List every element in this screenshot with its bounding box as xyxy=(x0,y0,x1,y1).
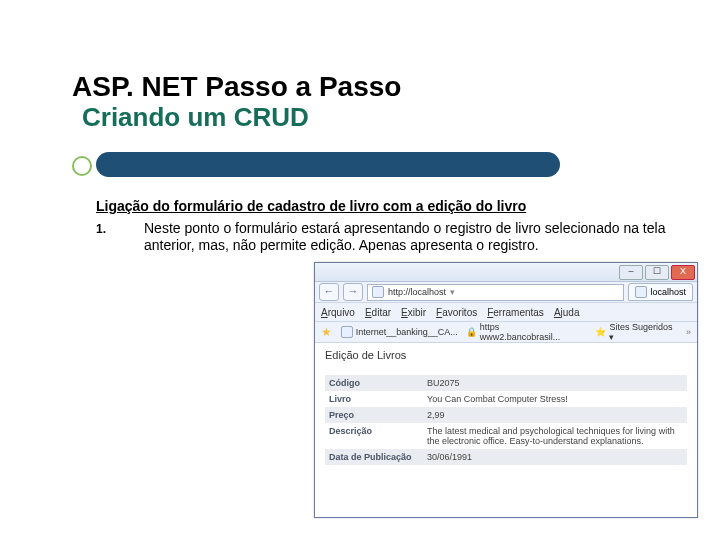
menu-ajuda[interactable]: Ajuda xyxy=(554,307,580,318)
favorites-bar: ★ Internet__banking__CA... 🔒 https www2.… xyxy=(315,322,697,343)
body-block: Ligação do formulário de cadastro de liv… xyxy=(96,198,676,255)
window-maximize-button[interactable]: ☐ xyxy=(645,265,669,280)
favorites-item-1-label: Internet__banking__CA... xyxy=(356,327,458,337)
row-value: 2,99 xyxy=(423,407,687,423)
nav-forward-button[interactable]: → xyxy=(343,283,363,301)
star-icon: ⭐ xyxy=(595,327,606,337)
favorites-star-icon[interactable]: ★ xyxy=(321,326,333,338)
menu-favoritos[interactable]: Favoritos xyxy=(436,307,477,318)
favorites-suggested[interactable]: ⭐ Sites Sugeridos ▾ xyxy=(595,322,677,342)
tab-label: localhost xyxy=(650,287,686,297)
row-label: Código xyxy=(325,375,423,391)
favorites-item-1-icon xyxy=(341,326,353,338)
table-row: Livro You Can Combat Computer Stress! xyxy=(325,391,687,407)
list-text: Neste ponto o formulário estará apresent… xyxy=(144,220,676,255)
favorites-suggested-label: Sites Sugeridos ▾ xyxy=(609,322,677,342)
favorites-item-2-label: https www2.bancobrasil... xyxy=(480,322,580,342)
tab-favicon-icon xyxy=(635,286,647,298)
row-label: Preço xyxy=(325,407,423,423)
row-value: You Can Combat Computer Stress! xyxy=(423,391,687,407)
favorites-expand-icon[interactable]: » xyxy=(686,327,691,337)
window-close-button[interactable]: X xyxy=(671,265,695,280)
body-heading: Ligação do formulário de cadastro de liv… xyxy=(96,198,676,216)
title-sub: Criando um CRUD xyxy=(82,103,632,132)
address-row: ← → http://localhost ▾ localhost xyxy=(315,282,697,303)
window-minimize-button[interactable]: – xyxy=(619,265,643,280)
row-label: Data de Publicação xyxy=(325,449,423,465)
browser-window: – ☐ X ← → http://localhost ▾ localhost A… xyxy=(314,262,698,518)
address-bar[interactable]: http://localhost ▾ xyxy=(367,284,624,301)
favorites-item-1[interactable]: Internet__banking__CA... xyxy=(341,326,458,338)
row-value: The latest medical and psychological tec… xyxy=(423,423,687,449)
menu-bar: Arquivo Editar Exibir Favoritos Ferramen… xyxy=(315,303,697,322)
address-text: http://localhost xyxy=(388,287,446,297)
list-row: 1. Neste ponto o formulário estará apres… xyxy=(96,220,676,255)
page-title: Edição de Livros xyxy=(325,349,687,365)
row-label: Livro xyxy=(325,391,423,407)
menu-exibir[interactable]: Exibir xyxy=(401,307,426,318)
table-row: Descrição The latest medical and psychol… xyxy=(325,423,687,449)
bullet-dot xyxy=(72,156,92,176)
row-value: BU2075 xyxy=(423,375,687,391)
favorites-item-2[interactable]: 🔒 https www2.bancobrasil... xyxy=(466,322,580,342)
menu-ferramentas[interactable]: Ferramentas xyxy=(487,307,544,318)
row-value: 30/06/1991 xyxy=(423,449,687,465)
lock-icon: 🔒 xyxy=(466,327,477,337)
menu-arquivo[interactable]: Arquivo xyxy=(321,307,355,318)
table-row: Código BU2075 xyxy=(325,375,687,391)
slide: ASP. NET Passo a Passo Criando um CRUD L… xyxy=(0,0,720,540)
menu-editar[interactable]: Editar xyxy=(365,307,391,318)
page-content: Edição de Livros Código BU2075 Livro You… xyxy=(315,343,697,517)
divider-bar xyxy=(96,152,560,177)
row-label: Descrição xyxy=(325,423,423,449)
address-favicon-icon xyxy=(372,286,384,298)
window-titlebar: – ☐ X xyxy=(315,263,697,282)
form-table: Código BU2075 Livro You Can Combat Compu… xyxy=(325,375,687,465)
browser-tab[interactable]: localhost xyxy=(628,283,693,301)
nav-back-button[interactable]: ← xyxy=(319,283,339,301)
list-number: 1. xyxy=(96,220,144,255)
title-main: ASP. NET Passo a Passo xyxy=(72,72,632,103)
table-row: Data de Publicação 30/06/1991 xyxy=(325,449,687,465)
title-block: ASP. NET Passo a Passo Criando um CRUD xyxy=(72,72,632,131)
table-row: Preço 2,99 xyxy=(325,407,687,423)
